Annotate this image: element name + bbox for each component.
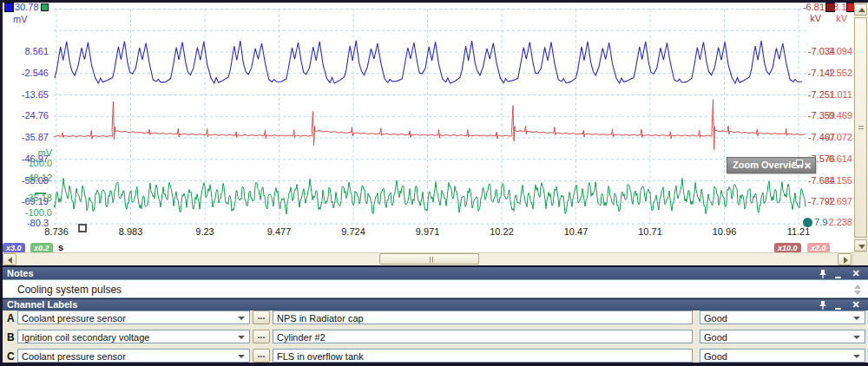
right-axis-unit-2: kV [825,13,847,24]
window-border-left [0,0,3,366]
chevron-down-icon [238,317,245,320]
minimize-icon[interactable] [833,300,844,310]
thumb-grip-icon [858,126,864,129]
custom-label-field-c[interactable]: FLS in overflow tank [273,349,693,363]
trace-channel-b [54,100,806,150]
waveform-panel: 8.561-2.546-13.65-24.76-35.87-46.97-58.0… [0,0,868,252]
green-range-dash-icon [35,193,46,194]
notes-title: Notes [7,268,34,278]
channel-a-top-value: 30.78 [15,2,39,13]
close-icon[interactable]: ✕ [851,269,861,278]
probe-select-a[interactable]: Coolant pressure sensor [17,310,250,324]
scope-application-window: 8.561-2.546-13.65-24.76-35.87-46.97-58.0… [0,0,868,366]
custom-label-field-b[interactable]: Cylinder #2 [273,330,693,343]
up-arrow-icon [858,8,865,12]
horizontal-scroll-thumb[interactable] [379,253,479,265]
scroll-left-button[interactable] [3,253,16,265]
notes-field[interactable]: Cooling system pulses [0,279,868,298]
thumb-grip-icon [430,257,433,263]
time-ruler-handle[interactable] [78,224,87,232]
vertical-scroll-thumb[interactable] [854,17,867,238]
right-axis-bottom-value-2: -2.238 [814,217,852,228]
zoom-overview-window[interactable]: Zoom Overview ✕ [727,157,816,173]
trace-channel-a [55,41,802,83]
scroll-right-button[interactable] [838,253,852,265]
channel-b-top-value: -6.81 [783,2,825,13]
notes-text: Cooling system pulses [17,284,122,296]
notes-scroll-up-icon[interactable] [854,284,861,289]
channel-c-marker-icon[interactable] [41,3,49,11]
probe-more-button-a[interactable]: ... [253,310,270,324]
channel-c-unit: mV [12,147,52,159]
channel-a-marker-icon[interactable] [4,3,14,12]
window-border-bottom [0,363,868,366]
down-arrow-icon [858,245,865,249]
probe-more-button-b[interactable]: ... [253,330,270,343]
notes-scroll-down-icon[interactable] [854,291,861,295]
window-border-top [0,0,868,3]
notes-titlebar: Notes ✕ [0,267,868,279]
probe-more-button-c[interactable]: ... [253,349,270,363]
chevron-down-icon [853,317,860,320]
status-select-b[interactable]: Good [700,330,865,343]
channel-labels-titlebar: Channel Labels ✕ [0,299,868,310]
channel-a-unit: mV [13,14,28,25]
waveform-plot[interactable] [0,0,868,252]
probe-select-b[interactable]: Ignition coil secondary voltage [17,330,250,343]
left-arrow-icon [8,257,12,264]
right-arrow-icon [844,257,848,264]
chevron-down-icon [853,355,860,358]
pin-icon[interactable] [818,269,828,278]
scroll-down-button[interactable] [854,239,867,252]
chevron-down-icon [238,336,245,339]
minimize-icon[interactable] [833,269,844,278]
scroll-up-button[interactable] [854,3,867,16]
chevron-down-icon [853,336,860,339]
channel-labels-title: Channel Labels [7,299,77,310]
channel-letter-b: B [7,331,15,343]
custom-label-field-a[interactable]: NPS in Radiator cap [273,310,693,324]
status-select-a[interactable]: Good [700,310,865,324]
close-icon[interactable]: ✕ [851,300,861,310]
pin-icon[interactable] [818,300,828,310]
channel-labels-rows: ACoolant pressure sensor...NPS in Radiat… [0,310,868,363]
channel-letter-a: A [7,312,15,324]
probe-select-c[interactable]: Coolant pressure sensor [17,349,250,363]
trace-channel-c [54,178,806,214]
channel-letter-c: C [7,350,15,363]
popout-icon[interactable] [792,162,799,168]
rotation-marker-icon[interactable] [803,218,812,227]
chevron-down-icon [238,355,245,358]
right-axis-unit-1: kV [799,13,821,24]
status-select-c[interactable]: Good [700,349,865,363]
